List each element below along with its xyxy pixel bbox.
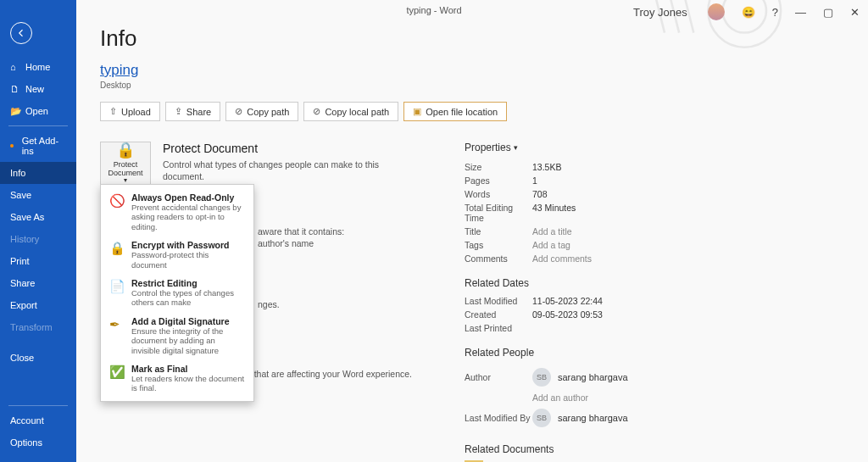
menu-desc: Password-protect this document <box>131 250 245 270</box>
prop-key: Tags <box>465 240 532 250</box>
button-label: Share <box>186 107 211 117</box>
menu-desc: Ensure the integrity of the document by … <box>131 326 245 355</box>
sidebar-item-options[interactable]: Options <box>0 431 76 454</box>
menu-mark-final[interactable]: ✅ Mark as FinalLet readers know the docu… <box>101 359 253 398</box>
readonly-icon: 🚫 <box>109 192 125 231</box>
sidebar-label: Close <box>10 353 34 363</box>
prop-value: 1 <box>532 175 537 186</box>
sidebar-item-close[interactable]: Close <box>0 347 76 369</box>
sidebar-label: Info <box>10 168 25 178</box>
sidebar-item-save[interactable]: Save <box>0 184 76 206</box>
copy-path-button[interactable]: ⊘Copy path <box>225 102 298 121</box>
prop-key: Author <box>465 372 532 382</box>
sidebar-item-export[interactable]: Export <box>0 294 76 316</box>
sidebar-label: Share <box>10 278 35 288</box>
document-icon: 🗋 <box>10 84 20 94</box>
sidebar-item-history: History <box>0 228 76 250</box>
prop-key: Created <box>465 309 532 320</box>
protect-document-button[interactable]: 🔒 Protect Document ▾ <box>100 142 151 186</box>
sidebar-item-account[interactable]: Account <box>0 409 76 431</box>
prop-key: Size <box>465 162 532 172</box>
sidebar-label: Save <box>10 190 31 200</box>
sidebar-item-info[interactable]: Info <box>0 162 76 184</box>
back-button[interactable] <box>10 22 32 44</box>
main-content: Info typing Desktop ⇧Upload ⇪Share ⊘Copy… <box>76 0 868 462</box>
upload-icon: ⇧ <box>109 106 117 117</box>
menu-restrict-editing[interactable]: 📄 Restrict EditingControl the types of c… <box>101 274 253 312</box>
document-name[interactable]: typing <box>100 62 138 78</box>
sidebar-item-share[interactable]: Share <box>0 272 76 294</box>
prop-key: Total Editing Time <box>465 203 532 223</box>
restrict-icon: 📄 <box>109 278 125 308</box>
sidebar-item-print[interactable]: Print <box>0 250 76 272</box>
copy-local-path-button[interactable]: ⊘Copy local path <box>303 102 398 121</box>
menu-encrypt-password[interactable]: 🔒 Encrypt with PasswordPassword-protect … <box>101 236 253 274</box>
menu-desc: Control the types of changes others can … <box>131 288 245 308</box>
sidebar-item-get-addins[interactable]: Get Add-ins <box>0 130 76 162</box>
action-row: ⇧Upload ⇪Share ⊘Copy path ⊘Copy local pa… <box>100 102 844 121</box>
person-initials: SB <box>532 409 551 427</box>
menu-title: Restrict Editing <box>131 278 245 288</box>
chevron-down-icon: ▾ <box>514 143 518 152</box>
prop-value: 43 Minutes <box>532 203 576 223</box>
button-label: Copy path <box>247 107 289 117</box>
upload-button[interactable]: ⇧Upload <box>100 102 160 121</box>
sidebar-item-transform: Transform <box>0 316 76 338</box>
author-person[interactable]: SBsarang bhargava <box>532 368 628 387</box>
sidebar-item-home[interactable]: ⌂Home <box>0 56 76 78</box>
prop-value: 708 <box>532 189 548 199</box>
prop-value-editable[interactable]: Add a tag <box>532 240 570 250</box>
new-dot-icon <box>10 144 14 148</box>
sidebar-label: New <box>25 84 44 94</box>
sidebar-item-new[interactable]: 🗋New <box>0 78 76 100</box>
protect-desc: Control what types of changes people can… <box>163 159 414 182</box>
modified-by-person[interactable]: SBsarang bhargava <box>532 409 628 427</box>
sidebar-label: Save As <box>10 212 44 222</box>
sidebar-label: Export <box>10 300 37 310</box>
sidebar-item-save-as[interactable]: Save As <box>0 206 76 228</box>
menu-title: Add a Digital Signature <box>131 316 245 326</box>
prop-key: Last Modified <box>465 296 532 306</box>
prop-value: 09-05-2023 09:53 <box>532 309 603 320</box>
prop-key: Title <box>465 226 532 237</box>
add-author[interactable]: Add an author <box>532 392 588 403</box>
related-people-header: Related People <box>465 347 844 359</box>
lock-shield-icon: 🔒 <box>116 142 135 159</box>
menu-desc: Prevent accidental changes by asking rea… <box>131 203 245 231</box>
properties-header[interactable]: Properties▾ <box>465 142 844 153</box>
prop-key: Comments <box>465 253 532 264</box>
sidebar-item-open[interactable]: 📂Open <box>0 100 76 122</box>
sidebar-label: Account <box>10 415 44 426</box>
open-file-location-button[interactable]: ▣Open file location <box>403 102 507 121</box>
backstage-sidebar: ⌂Home 🗋New 📂Open Get Add-ins Info Save S… <box>0 0 76 462</box>
prop-key: Pages <box>465 175 532 186</box>
inspect-fragment: aware that it contains: author's name ng… <box>258 226 344 309</box>
signature-icon: ✒ <box>109 316 125 355</box>
sidebar-label: History <box>10 234 39 244</box>
person-name: sarang bhargava <box>558 372 628 382</box>
prop-value-editable[interactable]: Add comments <box>532 253 592 264</box>
lock-icon: 🔒 <box>109 240 125 270</box>
sidebar-label: Open <box>25 106 48 116</box>
sidebar-label: Print <box>10 256 30 266</box>
protect-title: Protect Document <box>163 142 414 155</box>
folder-open-icon: 📂 <box>10 106 20 116</box>
link-icon: ⊘ <box>235 106 242 117</box>
share-button[interactable]: ⇪Share <box>165 102 220 121</box>
menu-desc: Let readers know the document is final. <box>131 374 245 393</box>
sidebar-label: Home <box>25 62 50 72</box>
person-name: sarang bhargava <box>558 413 628 423</box>
menu-always-read-only[interactable]: 🚫 Always Open Read-OnlyPrevent accidenta… <box>101 188 253 236</box>
menu-digital-signature[interactable]: ✒ Add a Digital SignatureEnsure the inte… <box>101 312 253 359</box>
button-label: Open file location <box>426 107 498 117</box>
prop-key: Last Modified By <box>465 413 532 423</box>
sidebar-label: Options <box>10 437 42 448</box>
sidebar-label: Get Add-ins <box>22 136 66 156</box>
button-label: Copy local path <box>325 107 389 117</box>
prop-value-editable[interactable]: Add a title <box>532 226 572 237</box>
final-icon: ✅ <box>109 364 125 393</box>
button-label: Protect Document <box>103 161 148 178</box>
menu-title: Encrypt with Password <box>131 240 245 250</box>
prop-value: 11-05-2023 22:44 <box>532 296 603 306</box>
page-title: Info <box>100 25 844 52</box>
